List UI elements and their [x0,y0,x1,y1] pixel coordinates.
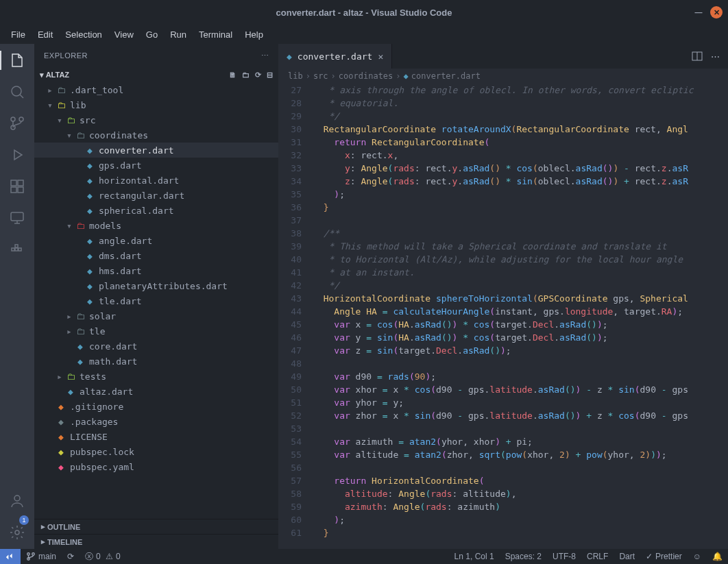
chevron-icon[interactable]: ▾ [64,221,74,231]
svg-point-0 [12,86,21,96]
file-tle-dart[interactable]: ◆tle.dart [34,293,278,308]
folder-solar[interactable]: ▸🗀solar [34,308,278,323]
formatter[interactable]: ✓ Prettier [640,552,688,561]
new-folder-icon[interactable]: 🗀 [242,71,250,79]
breadcrumb-item[interactable]: converter.dart [411,71,481,81]
tree-item-label: angle.dart [99,236,152,246]
search-icon[interactable] [8,82,27,101]
menu-terminal[interactable]: Terminal [193,27,238,42]
file-icon: ◆ [84,266,96,276]
language-mode[interactable]: Dart [614,552,640,561]
extensions-icon[interactable] [8,177,27,196]
remote-explorer-icon[interactable] [8,208,27,228]
file-dms-dart[interactable]: ◆dms.dart [34,248,278,263]
menu-help[interactable]: Help [239,27,269,42]
file-planetaryAttributes-dart[interactable]: ◆planetaryAttributes.dart [34,278,278,293]
refresh-icon[interactable]: ⟳ [255,71,261,79]
notifications-icon[interactable]: 🔔 [707,552,728,561]
close-button[interactable]: ✕ [710,6,723,19]
git-branch[interactable]: main [21,552,62,561]
chevron-icon[interactable]: ▸ [55,371,64,382]
file-altaz-dart[interactable]: ◆altaz.dart [34,384,278,399]
encoding[interactable]: UTF-8 [547,552,581,561]
run-debug-icon[interactable] [8,145,27,164]
file-angle-dart[interactable]: ◆angle.dart [34,233,278,248]
new-file-icon[interactable]: 🗎 [229,71,236,79]
folder-src[interactable]: ▾🗀src [34,112,278,127]
file-math-dart[interactable]: ◆math.dart [34,354,278,369]
editor-more-icon[interactable]: ⋯ [711,51,720,62]
chevron-icon[interactable]: ▸ [64,326,74,336]
file-icon: ◆ [84,145,96,156]
file-horizontal-dart[interactable]: ◆horizontal.dart [34,173,278,188]
menu-view[interactable]: View [109,27,139,42]
collapse-icon[interactable]: ⊟ [267,71,273,79]
svg-rect-7 [18,187,23,193]
file-gps-dart[interactable]: ◆gps.dart [34,158,278,173]
file-LICENSE[interactable]: ◆LICENSE [34,429,278,444]
window-title: converter.dart - altaz - Visual Studio C… [276,8,452,18]
folder-coordinates[interactable]: ▾🗀coordinates [34,127,278,143]
tab-converter[interactable]: ◆ converter.dart ✕ [278,44,392,69]
titlebar: converter.dart - altaz - Visual Studio C… [0,0,728,25]
file-icon: ◆ [55,417,67,427]
remote-indicator[interactable] [0,549,21,564]
menu-go[interactable]: Go [141,27,163,42]
menu-file[interactable]: File [5,27,31,42]
problems[interactable]: ⓧ 0 ⚠ 0 [80,551,126,563]
folder-tle[interactable]: ▸🗀tle [34,323,278,339]
chevron-icon[interactable]: ▸ [64,311,74,321]
tree-item-label: coordinates [89,130,148,140]
svg-rect-9 [12,248,14,251]
folder-lib[interactable]: ▾🗀lib [34,97,278,112]
file-pubspec-yaml[interactable]: ◆pubspec.yaml [34,459,278,474]
settings-gear-icon[interactable]: 1 [8,523,27,542]
source-control-icon[interactable] [8,114,27,133]
minimize-button[interactable]: — [692,6,705,19]
chevron-icon[interactable]: ▸ [45,85,55,95]
tree-item-label: .dart_tool [70,85,123,95]
folder-models[interactable]: ▾🗀models [34,218,278,233]
file--gitignore[interactable]: ◆.gitignore [34,399,278,414]
file-tree[interactable]: ▸🗀.dart_tool▾🗀lib▾🗀src▾🗀coordinates◆conv… [34,82,278,519]
dart-file-icon: ◆ [404,71,409,81]
file-rectangular-dart[interactable]: ◆rectangular.dart [34,188,278,203]
timeline-section[interactable]: ▸ TIMELINE [34,534,278,549]
menu-edit[interactable]: Edit [32,27,58,42]
explorer-more-icon[interactable]: ⋯ [261,51,269,60]
split-editor-icon[interactable] [692,51,703,62]
svg-point-1 [19,117,23,121]
chevron-down-icon[interactable]: ▾ [40,71,44,79]
chevron-icon[interactable]: ▾ [64,130,74,140]
file-converter-dart[interactable]: ◆converter.dart [34,143,278,158]
folder-tests[interactable]: ▸🗀tests [34,369,278,384]
svg-rect-11 [15,245,18,247]
breadcrumb-item[interactable]: coordinates [339,71,393,81]
breadcrumb-item[interactable]: lib [288,71,303,81]
explorer-icon[interactable] [8,51,27,70]
menu-selection[interactable]: Selection [60,27,107,42]
cursor-position[interactable]: Ln 1, Col 1 [449,552,500,561]
sync-icon[interactable]: ⟳ [62,552,80,561]
breadcrumb[interactable]: lib›src›coordinates›◆ converter.dart [278,69,728,84]
feedback-icon[interactable]: ☺ [688,552,707,561]
chevron-right-icon: › [331,71,336,81]
svg-point-3 [11,117,15,121]
chevron-icon[interactable]: ▾ [55,115,64,125]
chevron-icon[interactable]: ▾ [45,100,55,110]
file-core-dart[interactable]: ◆core.dart [34,339,278,354]
file-hms-dart[interactable]: ◆hms.dart [34,263,278,278]
eol[interactable]: CRLF [581,552,614,561]
tab-close-icon[interactable]: ✕ [378,51,383,62]
file-pubspec-lock[interactable]: ◆pubspec.lock [34,444,278,459]
outline-section[interactable]: ▸ OUTLINE [34,519,278,534]
file-spherical-dart[interactable]: ◆spherical.dart [34,203,278,218]
file--packages[interactable]: ◆.packages [34,414,278,429]
accounts-icon[interactable] [8,491,27,511]
breadcrumb-item[interactable]: src [313,71,328,81]
indentation[interactable]: Spaces: 2 [500,552,547,561]
menu-run[interactable]: Run [165,27,192,42]
code-content[interactable]: * axis through the angle of oblecl. In o… [313,84,728,549]
docker-icon[interactable] [8,240,27,259]
folder--dart_tool[interactable]: ▸🗀.dart_tool [34,82,278,97]
